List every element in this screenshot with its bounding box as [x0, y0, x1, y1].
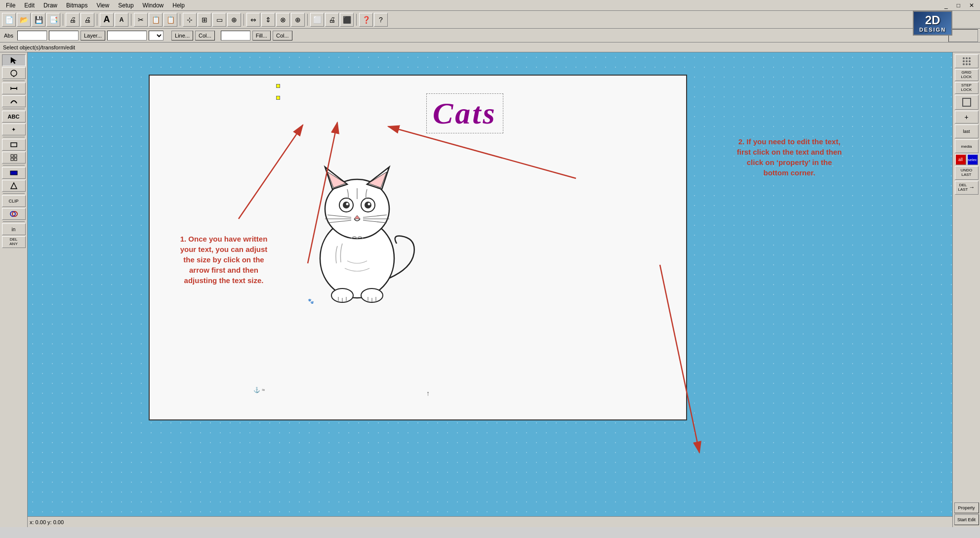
y-coord-input[interactable]	[49, 31, 79, 41]
mirror-v-button[interactable]: ⇕	[261, 13, 275, 27]
help-cursor-button[interactable]: ❓	[359, 13, 373, 27]
last-btn[interactable]: last	[955, 124, 979, 138]
property-btn[interactable]: Property	[954, 502, 979, 513]
save-as-button[interactable]: 📑	[46, 13, 60, 27]
svg-point-0	[11, 70, 17, 76]
svg-marker-11	[11, 183, 17, 189]
menu-file[interactable]: File	[2, 1, 19, 10]
paste-button[interactable]: 📋	[163, 13, 177, 27]
annotation2-text: 2. If you need to edit the text,first cl…	[686, 136, 893, 178]
annotation1-text: 1. Once you have writtenyour text, you c…	[160, 234, 288, 286]
new-button[interactable]: 📄	[2, 13, 16, 27]
menu-draw[interactable]: Draw	[40, 1, 61, 10]
handle-extra[interactable]	[276, 96, 280, 100]
rect-select-button[interactable]: ▭	[212, 13, 226, 27]
text-large-button[interactable]: A	[100, 13, 114, 27]
svg-rect-10	[10, 171, 17, 175]
clip-btn[interactable]: CLIP	[2, 195, 26, 207]
line-tool-btn[interactable]	[2, 83, 26, 94]
line-button[interactable]: Line...	[171, 31, 193, 41]
zoom-all-button[interactable]: ⬛	[340, 13, 354, 27]
copy-button[interactable]: 📋	[149, 13, 163, 27]
sep3	[131, 14, 131, 26]
bottom-bar: x: 0.00 y: 0.00	[28, 516, 952, 527]
svg-point-57	[963, 63, 965, 65]
lt-sep2	[3, 109, 25, 109]
media-btn[interactable]: media	[955, 139, 979, 153]
cats-text[interactable]: Cats	[426, 93, 503, 133]
grid-tool-btn[interactable]	[2, 152, 26, 164]
main-toolbar: 📄 📂 💾 📑 🖨 🖨 A A ✂ 📋 📋 ⊹ ⊞ ▭ ⊕ ⇔ ⇕ ⊗ ⊕ ⬜ …	[0, 11, 980, 29]
save-button[interactable]: 💾	[32, 13, 45, 27]
zoom-rect-button[interactable]: ⬜	[310, 13, 324, 27]
menu-help[interactable]: Help	[168, 1, 189, 10]
del-any-btn[interactable]: DELANY	[2, 236, 26, 248]
mirror-h-button[interactable]: ⇔	[246, 13, 260, 27]
star-tool-btn[interactable]: ✦	[2, 124, 26, 135]
grid-lock-btn[interactable]: GRIDLOCK	[955, 69, 979, 81]
zoom-print-button[interactable]: 🖨	[325, 13, 339, 27]
svg-point-25	[365, 202, 371, 208]
x-coord-input[interactable]	[17, 31, 47, 41]
step-lock-btn[interactable]: STEPLOCK	[955, 82, 979, 94]
fill-input[interactable]	[221, 31, 250, 41]
svg-point-24	[343, 202, 350, 208]
menu-bitmaps[interactable]: Bitmaps	[62, 1, 91, 10]
col2-button[interactable]: Col...	[273, 31, 292, 41]
close-btn[interactable]: ✕	[965, 1, 978, 10]
main-area: ABC ✦ CLIP in DELANY	[0, 52, 980, 527]
boolean-button[interactable]: ⊗	[276, 13, 290, 27]
selec-btn[interactable]: selec	[967, 154, 978, 165]
canvas-area: Cats	[28, 52, 952, 527]
print-button[interactable]: 🖨	[81, 13, 94, 27]
maximize-btn[interactable]: □	[953, 1, 964, 10]
print-preview-button[interactable]: 🖨	[66, 13, 80, 27]
transform-button[interactable]: ⊞	[198, 13, 211, 27]
menu-view[interactable]: View	[92, 1, 113, 10]
cut-button[interactable]: ✂	[134, 13, 148, 27]
start-edit-btn[interactable]: Start Edit	[954, 514, 979, 525]
svg-rect-7	[14, 155, 17, 157]
undo-last-btn[interactable]: UNDOLAST	[955, 166, 979, 180]
fill-button[interactable]: Fill...	[252, 31, 271, 41]
arc-tool-btn[interactable]	[2, 95, 26, 107]
menu-window[interactable]: Window	[139, 1, 168, 10]
in-btn[interactable]: in	[2, 223, 26, 235]
layer-button[interactable]: Layer...	[81, 31, 105, 41]
svg-text:🐾: 🐾	[308, 298, 314, 304]
sep6	[307, 14, 308, 26]
lasso-select-btn[interactable]	[2, 67, 26, 79]
handle-bc[interactable]	[276, 84, 280, 88]
col1-button[interactable]: Col...	[195, 31, 215, 41]
menu-setup[interactable]: Setup	[114, 1, 137, 10]
resize-tool-btn[interactable]	[2, 167, 26, 179]
rp-rect-btn[interactable]	[955, 95, 979, 110]
select-button[interactable]: ⊹	[183, 13, 197, 27]
open-button[interactable]: 📂	[17, 13, 31, 27]
select-tool-btn[interactable]	[2, 54, 26, 66]
cat-illustration: 🐾	[293, 140, 421, 309]
layer-input[interactable]	[107, 31, 147, 41]
rect-tool-btn[interactable]	[2, 139, 26, 151]
text-abc-btn[interactable]: ABC	[2, 111, 26, 123]
boolean-btn[interactable]	[2, 208, 26, 220]
text-small-button[interactable]: A	[115, 13, 128, 27]
svg-point-55	[966, 60, 968, 62]
del-last-btn[interactable]: DELLAST →	[955, 181, 979, 195]
svg-rect-8	[11, 158, 13, 161]
triangle-tool-btn[interactable]	[2, 180, 26, 192]
sep7	[356, 14, 357, 26]
zoom-in-btn[interactable]: +	[955, 111, 979, 124]
help-button[interactable]: ?	[374, 13, 388, 27]
svg-point-56	[969, 60, 971, 62]
lt-sep3	[3, 137, 25, 137]
move-button[interactable]: ⊕	[227, 13, 241, 27]
abs-label: Abs	[2, 33, 15, 39]
menu-edit[interactable]: Edit	[20, 1, 39, 10]
union-button[interactable]: ⊕	[291, 13, 305, 27]
minimize-btn[interactable]: _	[940, 1, 952, 10]
drawing-canvas: Cats	[149, 75, 687, 420]
cat-drawing: 🐾	[293, 140, 421, 308]
layer-select[interactable]	[149, 31, 163, 41]
all-btn[interactable]: all	[955, 154, 966, 165]
